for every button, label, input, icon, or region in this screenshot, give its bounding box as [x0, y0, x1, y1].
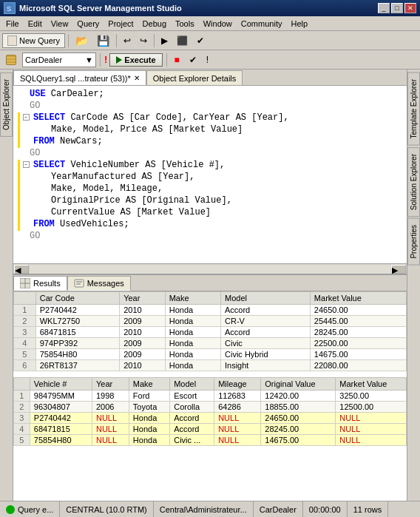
table-row: 1P27404422010HondaAccord24650.00: [14, 305, 407, 316]
code-line-go2: GO: [18, 231, 402, 243]
svg-text:S: S: [7, 5, 11, 13]
menu-debug[interactable]: Debug: [138, 18, 171, 30]
table-cell: WKL72750: [35, 316, 119, 327]
table-cell: NULL: [92, 424, 129, 435]
menu-query[interactable]: Query: [72, 18, 104, 30]
toolbar-db: CarDealer ▼ ! Execute ■ ✔ !: [0, 50, 420, 70]
table-cell: Accord: [170, 413, 214, 424]
messages-icon: [74, 278, 84, 288]
exclaim-icon: !: [104, 54, 107, 65]
table-cell: 2010: [120, 327, 166, 338]
table-cell: Honda: [165, 349, 220, 360]
results-tables[interactable]: Car Code Year Make Model Market Value 1P…: [13, 291, 407, 501]
code-line-go1: GO: [18, 148, 402, 160]
parse-sql-button[interactable]: !: [203, 53, 212, 67]
results-tab-messages[interactable]: Messages: [67, 276, 131, 291]
check-button[interactable]: ✔: [186, 53, 200, 67]
query-editor-tab[interactable]: SQLQuery1.sql ...trateur (53))* ✕: [13, 70, 146, 85]
template-explorer-tab[interactable]: Template Explorer: [407, 72, 420, 146]
app-title: Microsoft SQL Server Management Studio: [19, 4, 182, 13]
table-cell: 68471815: [30, 424, 92, 435]
col-header-model2: Model: [170, 378, 214, 391]
table-row: 1984795MM1998FordEscort11268312420.00325…: [14, 391, 407, 402]
toolbar-separator-5: [166, 53, 167, 67]
results-tab-results[interactable]: Results: [13, 276, 67, 291]
properties-tab[interactable]: Properties: [407, 218, 420, 266]
toolbar-separator-3: [154, 34, 155, 47]
execute-button[interactable]: Execute: [109, 53, 162, 67]
table-row: 2WKL727502009HondaCR-V25445.00: [14, 316, 407, 327]
menu-window[interactable]: Window: [199, 18, 237, 30]
object-explorer-details-tab[interactable]: Object Explorer Details: [146, 70, 243, 85]
table-cell: NULL: [336, 413, 407, 424]
menu-view[interactable]: View: [47, 18, 73, 30]
row-num-cell: 3: [14, 413, 30, 424]
col-header-make2: Make: [129, 378, 169, 391]
stop-button[interactable]: ⬛: [173, 33, 192, 48]
col-header-model1: Model: [221, 292, 311, 305]
menu-file[interactable]: File: [1, 18, 24, 30]
scroll-right-btn[interactable]: ▶: [391, 265, 406, 274]
table-cell: Honda: [165, 360, 220, 371]
menu-project[interactable]: Project: [104, 18, 138, 30]
table-cell: Honda: [129, 424, 169, 435]
redo-button[interactable]: ↪: [136, 33, 151, 48]
table-cell: 25445.00: [310, 316, 406, 327]
menu-help[interactable]: Help: [286, 18, 312, 30]
menu-tools[interactable]: Tools: [171, 18, 199, 30]
menu-edit[interactable]: Edit: [24, 18, 47, 30]
table-cell: Toyota: [129, 402, 169, 413]
parse-button[interactable]: ✔: [193, 33, 208, 48]
menu-community[interactable]: Community: [237, 18, 287, 30]
table-cell: P2740442: [30, 413, 92, 424]
minimize-button[interactable]: _: [378, 3, 390, 13]
table-cell: Accord: [170, 424, 214, 435]
undo-button[interactable]: ↩: [120, 33, 135, 48]
table-cell: 2010: [120, 305, 166, 316]
code-block-2: - SELECT VehicleNumber AS [Vehicle #], Y…: [18, 160, 402, 231]
table-cell: 24650.00: [261, 413, 336, 424]
open-button[interactable]: 📂: [72, 33, 92, 49]
toolbar-separator-1: [68, 34, 69, 47]
new-query-button[interactable]: New Query: [2, 33, 65, 48]
database-dropdown[interactable]: CarDealer ▼: [22, 53, 96, 67]
table-cell: 12500.00: [336, 402, 407, 413]
close-button[interactable]: ✕: [404, 3, 416, 13]
right-sidebar: Template Explorer Solution Explorer Prop…: [407, 70, 420, 501]
table-row: 575854H802009HondaCivic Hybrid14675.00: [14, 349, 407, 360]
row-num-cell: 4: [14, 338, 36, 349]
collapse-icon-2[interactable]: -: [23, 161, 30, 168]
row-num-cell: 5: [14, 435, 30, 446]
window-controls[interactable]: _ □ ✕: [378, 3, 416, 13]
query-tab-close[interactable]: ✕: [134, 74, 140, 82]
object-explorer-tab[interactable]: Object Explorer: [0, 72, 13, 137]
table-cell: Honda: [165, 305, 220, 316]
solution-explorer-tab[interactable]: Solution Explorer: [407, 147, 420, 217]
table-row: 575854H80NULLHondaCivic ...NULL14675.00N…: [14, 435, 407, 446]
editor-hscrollbar[interactable]: ◀ ▶: [13, 263, 407, 274]
toolbar-separator-2: [116, 34, 117, 47]
result-table-1: Car Code Year Make Model Market Value 1P…: [13, 291, 407, 371]
row-num-cell: 6: [14, 360, 36, 371]
table-cell: Honda: [129, 435, 169, 446]
debug-button[interactable]: ▶: [158, 33, 172, 48]
col-header-marketvalue1: Market Value: [310, 292, 406, 305]
status-connection: Central\Administrateur...: [154, 501, 254, 517]
db-icon: [6, 55, 16, 65]
table-cell: 68471815: [35, 327, 119, 338]
save-button[interactable]: 💾: [93, 33, 113, 49]
table-row: 3684718152010HondaAccord28245.00: [14, 327, 407, 338]
scroll-left-btn[interactable]: ◀: [14, 265, 29, 274]
cancel-query-button[interactable]: ■: [171, 53, 183, 67]
maximize-button[interactable]: □: [391, 3, 403, 13]
query-editor[interactable]: USE CarDealer; GO - SELECT CarCode AS [C…: [13, 86, 407, 263]
app-icon: S: [4, 2, 16, 14]
row-num-cell: 1: [14, 305, 36, 316]
results-grid-icon: [20, 278, 30, 288]
object-explorer-button[interactable]: [2, 53, 20, 67]
table-cell: Ford: [129, 391, 169, 402]
collapse-icon-1[interactable]: -: [23, 114, 30, 121]
table-row: 3P2740442NULLHondaAccordNULL24650.00NULL: [14, 413, 407, 424]
details-tab-label: Object Explorer Details: [153, 74, 237, 83]
table-cell: 984795MM: [30, 391, 92, 402]
